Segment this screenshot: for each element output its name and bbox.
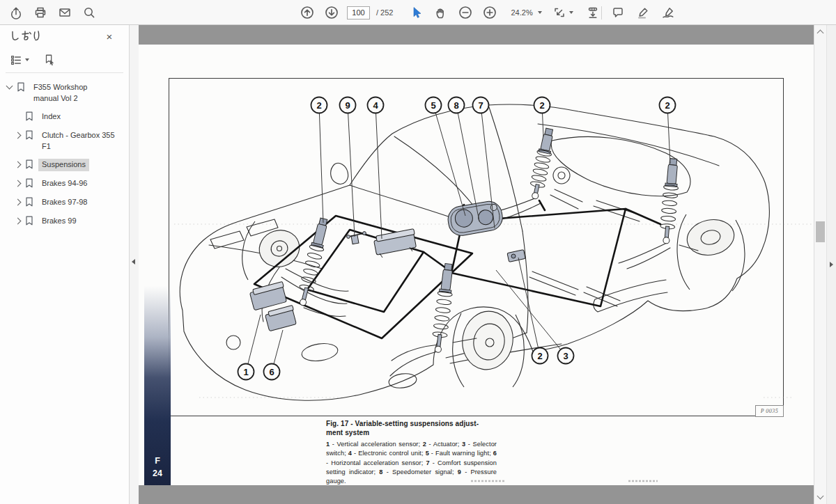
scroll-down-icon[interactable] [817, 493, 824, 500]
bookmark-icon [25, 197, 33, 207]
plus-circle-icon [482, 5, 497, 20]
chevron-right-icon[interactable] [15, 217, 22, 224]
callout-6: 6 [264, 330, 284, 380]
wheels [242, 167, 745, 387]
svg-text:2: 2 [537, 351, 542, 361]
page-down-button[interactable] [323, 3, 341, 22]
bookmark-label[interactable]: F355 Workshop manual Vol 2 [30, 81, 112, 105]
select-tool-button[interactable] [408, 3, 426, 22]
options-list-icon [10, 54, 22, 66]
svg-text:6: 6 [269, 367, 274, 377]
sign-button[interactable] [659, 3, 677, 22]
scroll-mode-button[interactable] [584, 3, 602, 22]
bookmarks-panel-header: × [0, 25, 129, 46]
callout-2: 2 [518, 258, 548, 364]
bookmark-options-button[interactable] [8, 53, 31, 67]
highlight-button[interactable] [634, 3, 652, 22]
right-panel-strip [826, 25, 836, 504]
bookmark-label[interactable]: Brakes 94-96 [38, 178, 91, 190]
toolbar-right-group [609, 3, 677, 22]
bookmark-icon [25, 111, 33, 121]
vertical-acceleration-sensor [249, 281, 286, 310]
locate-current-bookmark-button[interactable] [40, 53, 59, 67]
chevron-right-icon[interactable] [15, 132, 22, 139]
caret-down-icon [538, 11, 542, 14]
bookmark-icon [25, 178, 33, 191]
page-number-input[interactable] [347, 6, 370, 19]
email-button[interactable] [56, 3, 74, 22]
bookmark-item-index[interactable]: Index [0, 108, 129, 127]
share-button[interactable] [7, 3, 25, 22]
zoom-in-button[interactable] [481, 3, 499, 22]
caret-down-icon [569, 11, 573, 14]
callout-5: 5 [426, 97, 466, 216]
bookmark-tree: F355 Workshop manual Vol 2IndexClutch - … [0, 73, 129, 231]
highlighter-icon [636, 6, 650, 19]
envelope-icon [58, 6, 72, 19]
scroll-up-icon[interactable] [817, 30, 824, 37]
svg-text:2: 2 [316, 100, 321, 111]
print-button[interactable] [31, 3, 49, 22]
bookmark-label[interactable]: Suspensions [38, 159, 89, 171]
bookmark-icon [25, 159, 33, 169]
svg-text:2: 2 [539, 100, 544, 111]
search-icon [82, 6, 96, 19]
zoom-level-select[interactable]: 24.2% [508, 7, 544, 18]
chevron-right-icon[interactable] [15, 198, 22, 205]
bookmark-label[interactable]: Clutch - Gearbox 355 F1 [38, 129, 121, 153]
figure-caption: Fig. 17 - Variable-setting suspensions a… [326, 419, 497, 487]
panel-title [10, 31, 43, 42]
svg-text:2: 2 [665, 100, 669, 111]
close-icon: × [107, 31, 113, 42]
expand-right-icon[interactable] [830, 262, 833, 267]
bookmarks-panel: × F355 Workshop manual Vol 2IndexClutch … [0, 25, 130, 504]
bookmark-label[interactable]: Brakes 97-98 [38, 196, 91, 209]
bookmark-item-brakes-99[interactable]: Brakes 99 [0, 212, 129, 231]
callout-9: 9 [340, 97, 356, 237]
bookmark-icon [25, 130, 33, 143]
bookmark-item-clutch-gearbox-355-f1[interactable]: Clutch - Gearbox 355 F1 [0, 127, 129, 156]
toolbar-separator [601, 6, 602, 19]
fit-view-button[interactable] [551, 3, 575, 22]
callout-4: 4 [368, 97, 384, 239]
bookmark-item-suspensions[interactable]: Suspensions [0, 156, 129, 175]
vertical-scrollbar[interactable] [814, 25, 826, 504]
comment-button[interactable] [609, 3, 627, 22]
zoom-level-value: 24.2% [511, 8, 532, 17]
bookmark-item-f355-workshop-manual-vol-2[interactable]: F355 Workshop manual Vol 2 [0, 79, 129, 108]
bookmark-icon [25, 159, 33, 172]
bookmark-item-brakes-97-98[interactable]: Brakes 97-98 [0, 194, 129, 212]
svg-text:8: 8 [454, 100, 458, 111]
cursor-icon [410, 6, 424, 19]
callout-8: 8 [449, 97, 480, 222]
bookmark-locate-icon [43, 54, 56, 66]
chevron-right-icon[interactable] [15, 161, 22, 168]
page-up-button[interactable] [298, 3, 316, 22]
circle-arrow-down-icon [324, 5, 339, 20]
hand-tool-button[interactable] [432, 3, 450, 22]
close-panel-button[interactable]: × [102, 29, 116, 43]
page-total-label: / 252 [376, 8, 393, 17]
callout-2: 2 [311, 97, 327, 223]
figure-callouts: 294587221623 [238, 97, 676, 380]
scrollbar-thumb[interactable] [816, 221, 825, 242]
chevron-down-icon[interactable] [6, 83, 13, 90]
search-button[interactable] [80, 3, 98, 22]
chevron-right-icon[interactable] [15, 180, 22, 187]
bookmark-label[interactable]: Brakes 99 [38, 215, 80, 228]
bookmark-label[interactable]: Index [38, 111, 64, 123]
bookmark-icon [17, 82, 25, 92]
selector-switch [507, 250, 525, 262]
printer-icon [33, 6, 47, 19]
figure-title: Fig. 17 - Variable-setting suspensions a… [326, 419, 497, 437]
bookmark-icon [25, 130, 33, 140]
bookmark-icon [25, 197, 33, 210]
main-toolbar: / 252 24.2% [0, 0, 836, 25]
electronic-control-unit [374, 229, 417, 258]
hand-icon [434, 6, 448, 19]
bookmark-item-brakes-94-96[interactable]: Brakes 94-96 [0, 175, 129, 194]
toolbar-center-group: / 252 24.2% [298, 3, 602, 22]
pdf-page: 294587221623 F 24 Fig. 17 - Variable-set… [139, 45, 814, 485]
zoom-out-button[interactable] [456, 3, 474, 22]
collapse-left-icon[interactable] [132, 259, 135, 265]
